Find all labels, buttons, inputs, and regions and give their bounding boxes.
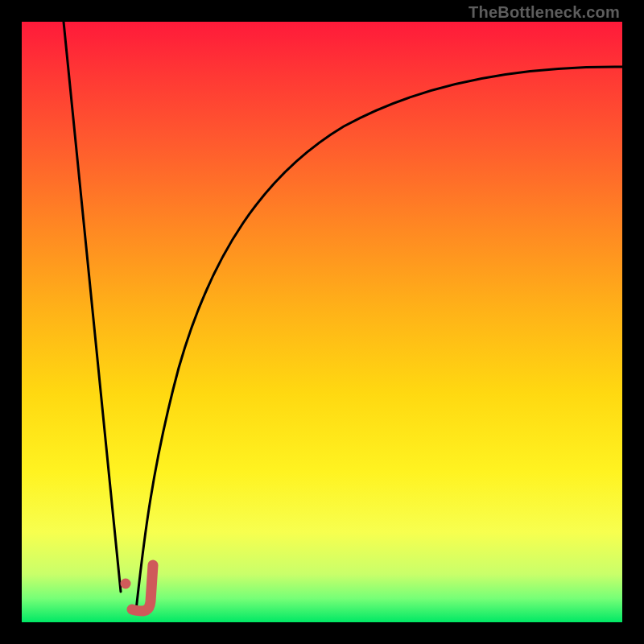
watermark-text: TheBottleneck.com	[469, 3, 620, 22]
plot-area	[22, 22, 622, 622]
chart-frame: TheBottleneck.com	[0, 0, 644, 644]
left-falling-line	[64, 22, 121, 592]
j-marker-stroke	[132, 565, 153, 611]
curves-layer	[22, 22, 622, 622]
right-rising-curve	[136, 67, 622, 610]
j-marker-dot	[121, 579, 131, 589]
